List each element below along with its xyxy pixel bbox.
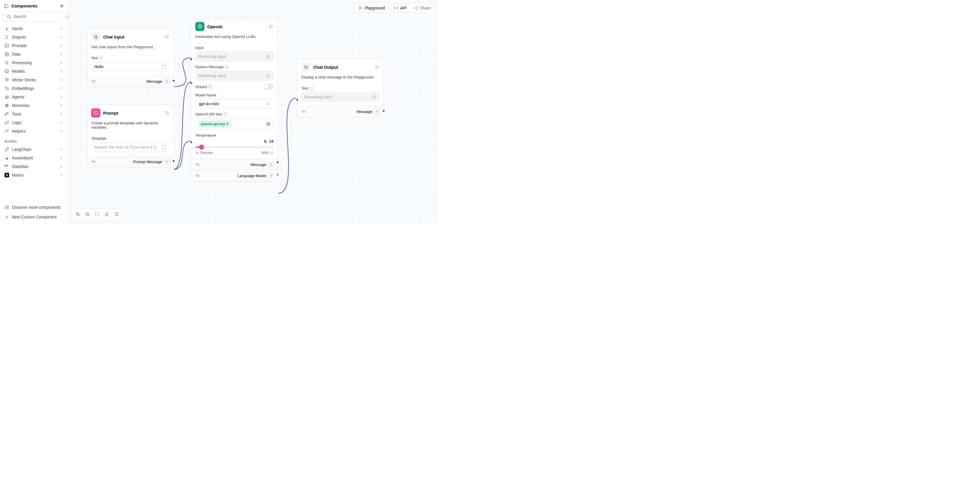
- text-field-label: Text i: [91, 56, 170, 60]
- info-icon[interactable]: i: [208, 85, 212, 88]
- svg-rect-0: [5, 4, 8, 8]
- run-node-button[interactable]: [164, 110, 170, 116]
- zoom-in-button[interactable]: [73, 210, 83, 219]
- node-prompt[interactable]: Prompt Create a prompt template with dyn…: [87, 105, 174, 167]
- info-icon[interactable]: i: [99, 56, 103, 60]
- sidebar-item-logic[interactable]: Logic: [2, 118, 67, 127]
- sidebar-bundle-datastax[interactable]: DSDataStax: [2, 162, 67, 171]
- apikey-field[interactable]: openai-api-key✕: [195, 118, 274, 130]
- remove-tag-icon[interactable]: ✕: [226, 122, 229, 126]
- zoom-out-button[interactable]: [83, 210, 92, 219]
- stream-toggle[interactable]: [263, 84, 274, 89]
- template-input[interactable]: Answer the user as if you were a G: [91, 142, 170, 152]
- node-output-message: Message: [191, 159, 278, 170]
- sidebar-item-inputs[interactable]: Inputs: [2, 24, 67, 33]
- sidebar-item-data[interactable]: Data: [2, 50, 67, 59]
- run-node-button[interactable]: [375, 64, 380, 70]
- eye-icon[interactable]: [301, 109, 306, 114]
- api-share-group: API Share: [390, 3, 434, 13]
- svg-point-82: [197, 175, 198, 176]
- node-chat-input[interactable]: Chat Input Get chat inputs from the Play…: [87, 29, 174, 87]
- sidebar-item-agents[interactable]: Agents: [2, 93, 67, 101]
- text-input[interactable]: Hello: [91, 62, 170, 72]
- eye-icon[interactable]: [91, 159, 96, 164]
- sidebar-item-outputs[interactable]: Outputs: [2, 33, 67, 41]
- sidebar-item-vector-stores[interactable]: Vector Stores: [2, 76, 67, 84]
- discover-more[interactable]: Discover more components: [2, 202, 67, 212]
- input-port[interactable]: [296, 99, 299, 101]
- sidebar-item-tools[interactable]: Tools: [2, 110, 67, 118]
- temp-slider[interactable]: 0.10 Precise Wild: [195, 139, 274, 155]
- sidebar-item-memories[interactable]: Memories: [2, 101, 67, 110]
- node-header: Prompt: [87, 105, 173, 121]
- sidebar-item-label: Models: [12, 69, 25, 73]
- lock-button[interactable]: [102, 210, 111, 219]
- info-icon[interactable]: i: [225, 65, 229, 69]
- share-button[interactable]: Share: [410, 4, 434, 12]
- svg-point-61: [93, 81, 94, 82]
- output-type-icon: [269, 162, 274, 167]
- sliders-icon[interactable]: [60, 4, 64, 8]
- code-icon: [394, 6, 398, 10]
- fit-view-button[interactable]: [93, 210, 102, 219]
- node-body: Text i Hello: [87, 56, 173, 76]
- sidebar-item-processing[interactable]: Processing: [2, 59, 67, 67]
- output-port[interactable]: [382, 110, 385, 112]
- sidebar-item-label: Processing: [12, 60, 32, 65]
- node-title: Chat Output: [313, 65, 372, 70]
- sidebar-item-label: Memories: [12, 103, 29, 108]
- eye-icon[interactable]: [195, 174, 200, 178]
- eye-icon[interactable]: [91, 79, 96, 84]
- slider-track[interactable]: [195, 146, 274, 148]
- sidebar-item-embeddings[interactable]: Embeddings: [2, 84, 67, 93]
- sidebar-item-helpers[interactable]: Helpers: [2, 127, 67, 135]
- template-value: Answer the user as if you were a G: [94, 145, 156, 150]
- temp-value: 0.10: [195, 139, 274, 144]
- sparkle-icon: [5, 205, 9, 210]
- prompt-icon: [91, 108, 100, 118]
- sidebar-item-models[interactable]: Models: [2, 67, 67, 76]
- canvas[interactable]: Playground API Share Chat Input Get: [68, 0, 438, 224]
- slider-thumb[interactable]: [199, 145, 204, 150]
- svg-point-27: [7, 97, 8, 97]
- output-port-msg[interactable]: [276, 161, 279, 164]
- run-node-button[interactable]: [269, 24, 274, 29]
- info-icon[interactable]: i: [223, 113, 227, 116]
- search-input[interactable]: /: [3, 12, 65, 21]
- new-custom-component[interactable]: New Custom Component: [2, 212, 67, 222]
- eye-icon[interactable]: [195, 162, 200, 167]
- api-button[interactable]: API: [391, 4, 410, 12]
- chevron-updown-icon: [266, 102, 270, 106]
- apikey-port[interactable]: [190, 141, 193, 144]
- info-icon[interactable]: i: [310, 87, 313, 90]
- sysmsg-port[interactable]: [190, 81, 193, 84]
- expand-icon[interactable]: [162, 64, 167, 69]
- node-openai[interactable]: OpenAI Generates text using OpenAI LLMs.…: [191, 18, 278, 181]
- search-field[interactable]: [13, 14, 63, 19]
- sidebar-bundle-langchain[interactable]: LangChain: [2, 145, 67, 154]
- output-port[interactable]: [172, 79, 175, 82]
- playground-button[interactable]: Playground: [355, 3, 388, 13]
- input-port[interactable]: [190, 58, 193, 61]
- note-button[interactable]: [112, 210, 121, 219]
- model-select[interactable]: gpt-4o-mini: [195, 99, 274, 109]
- chat-input-icon: [91, 32, 100, 41]
- sidebar-item-prompts[interactable]: Prompts: [2, 41, 67, 50]
- sidebar-bundle-notion[interactable]: NNotion: [2, 171, 67, 179]
- database-icon: [5, 52, 9, 56]
- run-node-button[interactable]: [164, 34, 170, 39]
- svg-point-89: [377, 111, 378, 112]
- output-port-lm[interactable]: [276, 174, 279, 176]
- sidebar-bundle-assemblyai[interactable]: ▲AssemblyAI: [2, 154, 67, 162]
- output-port[interactable]: [172, 160, 175, 162]
- expand-icon[interactable]: [162, 145, 167, 150]
- svg-marker-20: [5, 78, 8, 80]
- node-chat-output[interactable]: Chat Output Display a chat message in th…: [297, 59, 384, 117]
- svg-point-79: [197, 164, 198, 165]
- globe-icon[interactable]: [266, 122, 270, 126]
- svg-rect-73: [267, 75, 269, 77]
- svg-rect-22: [7, 89, 8, 90]
- apikey-tag[interactable]: openai-api-key✕: [198, 121, 231, 127]
- apikey-field-label: OpenAI API Keyi: [195, 112, 274, 116]
- svg-point-63: [167, 81, 168, 82]
